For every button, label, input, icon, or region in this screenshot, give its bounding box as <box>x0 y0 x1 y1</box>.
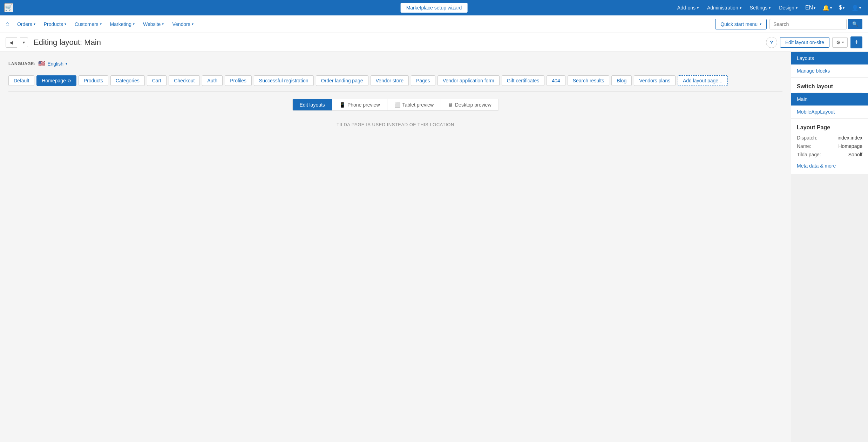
navbar-orders[interactable]: Orders ▾ <box>14 19 39 29</box>
language-row: LANGUAGE: 🇺🇸 English ▾ <box>8 60 782 67</box>
layout-page-title: Layout Page <box>797 124 862 131</box>
topbar-nav: Add-ons ▾ Administration ▾ Settings ▾ De… <box>674 2 864 13</box>
chevron-down-icon: ▾ <box>859 6 861 10</box>
back-button[interactable]: ◀ <box>6 37 17 48</box>
cart-icon[interactable]: 🛒 <box>4 3 13 12</box>
navbar-customers[interactable]: Customers ▾ <box>71 19 105 29</box>
chevron-down-icon: ▾ <box>830 6 832 10</box>
page-header-actions: ? Edit layout on-site ⚙ ▾ + <box>766 36 862 48</box>
sidebar: LayoutsManage blocks Switch layout MainM… <box>791 52 868 442</box>
chevron-down-icon: ▾ <box>769 6 771 10</box>
topbar-language[interactable]: EN ▾ <box>802 2 818 13</box>
layout-page-key: Tilda page: <box>797 152 821 157</box>
layout-tab-categories[interactable]: Categories <box>110 75 145 86</box>
divider <box>8 91 782 92</box>
add-layout-tab[interactable]: Add layout page... <box>678 75 728 86</box>
navbar-marketing[interactable]: Marketing ▾ <box>107 19 138 29</box>
sidebar-nav-section: LayoutsManage blocks <box>791 52 868 77</box>
topbar-design[interactable]: Design ▾ <box>775 3 801 13</box>
layout-tab-successful-registration[interactable]: Successful registration <box>254 75 314 86</box>
layout-tab-search-results[interactable]: Search results <box>568 75 609 86</box>
search-button[interactable]: 🔍 <box>848 19 862 29</box>
layout-tab-cart[interactable]: Cart <box>147 75 167 86</box>
topbar-notifications[interactable]: 🔔 ▾ <box>820 2 835 13</box>
topbar-currency[interactable]: $ ▾ <box>836 2 847 13</box>
header-dropdown-button[interactable]: ▾ <box>20 38 28 47</box>
chevron-down-icon: ▾ <box>796 6 798 10</box>
home-icon[interactable]: ⌂ <box>6 20 9 28</box>
chevron-down-icon: ▾ <box>842 40 844 44</box>
layout-tab-checkout[interactable]: Checkout <box>169 75 200 86</box>
language-label: LANGUAGE: <box>8 61 35 66</box>
layout-tab-vendor-store[interactable]: Vendor store <box>371 75 409 86</box>
chevron-down-icon: ▾ <box>814 6 815 10</box>
meta-data-link[interactable]: Meta data & more <box>797 163 862 169</box>
layout-tabs: DefaultHomepage ⚙ProductsCategoriesCartC… <box>8 75 782 86</box>
layout-tab-order-landing-page[interactable]: Order landing page <box>316 75 368 86</box>
layout-tab-homepage[interactable]: Homepage ⚙ <box>36 75 76 86</box>
edit-layout-onsite-button[interactable]: Edit layout on-site <box>780 37 829 48</box>
navbar-website[interactable]: Website ▾ <box>140 19 167 29</box>
layout-page-row: Dispatch:index.index <box>797 135 862 141</box>
chevron-down-icon: ▾ <box>760 22 761 26</box>
preview-tab-edit-layouts[interactable]: Edit layouts <box>293 99 332 110</box>
navbar-right: Quick start menu ▾ 🔍 <box>715 19 862 29</box>
topbar-addons[interactable]: Add-ons ▾ <box>674 3 702 13</box>
layout-tab-products[interactable]: Products <box>79 75 108 86</box>
layout-tab-vendor-application-form[interactable]: Vendor application form <box>438 75 500 86</box>
chevron-down-icon: ▾ <box>162 22 164 26</box>
layout-page-row: Name:Homepage <box>797 143 862 149</box>
navbar: ⌂ Orders ▾ Products ▾ Customers ▾ Market… <box>0 15 868 33</box>
tilda-notice: TILDA PAGE IS USED INSTEAD OF THIS LOCAT… <box>8 122 782 127</box>
layout-tab-blog[interactable]: Blog <box>611 75 632 86</box>
layout-page-row: Tilda page:Sonoff <box>797 152 862 157</box>
layout-page-key: Name: <box>797 143 811 149</box>
content-area: LANGUAGE: 🇺🇸 English ▾ DefaultHomepage ⚙… <box>0 52 791 442</box>
preview-tab-phone-preview[interactable]: 📱Phone preview <box>332 99 387 110</box>
main-content: LANGUAGE: 🇺🇸 English ▾ DefaultHomepage ⚙… <box>0 52 868 442</box>
layout-page-value: Homepage <box>839 143 863 149</box>
layout-tab-profiles[interactable]: Profiles <box>225 75 252 86</box>
chevron-down-icon: ▾ <box>192 22 194 26</box>
add-button[interactable]: + <box>850 36 862 48</box>
topbar-administration[interactable]: Administration ▾ <box>704 3 745 13</box>
layout-tab-pages[interactable]: Pages <box>411 75 435 86</box>
layout-item-main[interactable]: Main <box>791 93 868 106</box>
preview-tab-tablet-preview[interactable]: ⬜Tablet preview <box>387 99 441 110</box>
sidebar-switch-layout-section: Switch layout MainMobileAppLayout <box>791 78 868 118</box>
topbar-settings[interactable]: Settings ▾ <box>746 3 774 13</box>
navbar-vendors[interactable]: Vendors ▾ <box>169 19 197 29</box>
topbar: 🛒 Marketplace setup wizard Add-ons ▾ Adm… <box>0 0 868 15</box>
chevron-down-icon: ▾ <box>843 6 845 10</box>
page-header: ◀ ▾ Editing layout: Main ? Edit layout o… <box>0 33 868 52</box>
layout-item-mobileapplayout[interactable]: MobileAppLayout <box>791 106 868 118</box>
sidebar-nav-layouts[interactable]: Layouts <box>791 52 868 64</box>
search-input[interactable] <box>769 19 847 29</box>
topbar-user[interactable]: 👤 ▾ <box>849 2 864 13</box>
gear-icon: ⚙ <box>836 40 841 45</box>
wizard-button[interactable]: Marketplace setup wizard <box>401 3 468 13</box>
help-button[interactable]: ? <box>766 37 777 48</box>
gear-icon: ⚙ <box>67 79 71 83</box>
layout-page-key: Dispatch: <box>797 135 817 141</box>
gear-dropdown-button[interactable]: ⚙ ▾ <box>832 37 848 48</box>
layout-tab-404[interactable]: 404 <box>547 75 565 86</box>
chevron-down-icon: ▾ <box>133 22 135 26</box>
layout-page-section: Layout Page Dispatch:index.indexName:Hom… <box>791 119 868 174</box>
layout-tab-gift-certificates[interactable]: Gift certificates <box>502 75 545 86</box>
sidebar-nav-manage-blocks[interactable]: Manage blocks <box>791 64 868 77</box>
preview-tab-desktop-preview[interactable]: 🖥Desktop preview <box>441 99 499 110</box>
language-selector[interactable]: 🇺🇸 English ▾ <box>38 60 67 67</box>
layout-tab-vendors-plans[interactable]: Vendors plans <box>634 75 676 86</box>
chevron-down-icon: ▾ <box>740 6 741 10</box>
preview-icon: ⬜ <box>394 102 400 108</box>
chevron-down-icon: ▾ <box>34 22 35 26</box>
layout-tab-auth[interactable]: Auth <box>202 75 223 86</box>
preview-icon: 🖥 <box>448 102 453 108</box>
quick-start-button[interactable]: Quick start menu ▾ <box>715 19 767 29</box>
navbar-products[interactable]: Products ▾ <box>40 19 70 29</box>
chevron-down-icon: ▾ <box>65 22 66 26</box>
layout-tab-default[interactable]: Default <box>8 75 34 86</box>
layout-page-value: Sonoff <box>848 152 862 157</box>
chevron-down-icon: ▾ <box>697 6 699 10</box>
